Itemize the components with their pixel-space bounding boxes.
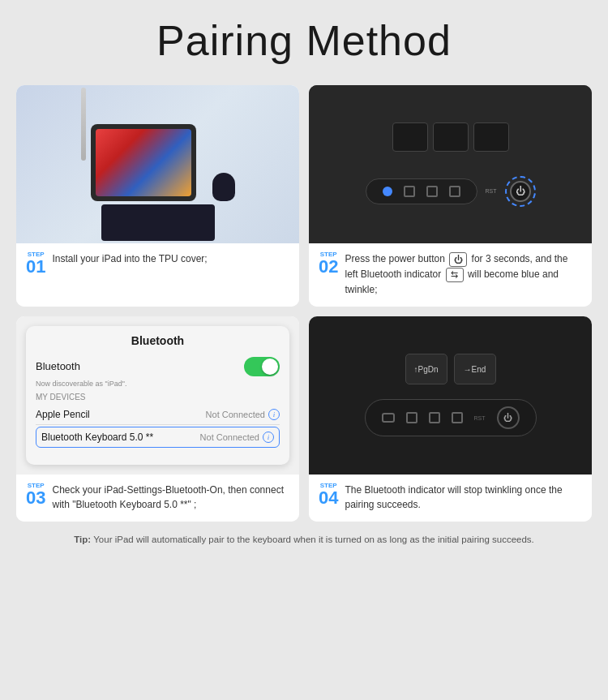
pgdn-key-label: ↑PgDn	[413, 365, 438, 374]
bt-discoverable-text: Now discoverable as "iPad".	[36, 380, 280, 388]
step-3-badge: STEP 03 Check your iPad-Settings-Bluetoo…	[26, 483, 289, 512]
step-2-caption: STEP 02 Press the power button ⏻ for 3 s…	[309, 243, 592, 307]
power-btn-2: ⏻	[497, 406, 520, 429]
step-4-image: ↑PgDn →End RST ⏻	[309, 316, 592, 475]
step-2-text-before: Press the power button	[345, 253, 444, 264]
bt-device-status-2: Not Connected i	[200, 432, 274, 443]
step-4-num: 04	[319, 489, 338, 507]
tip-text: Your iPad will automatically pair to the…	[93, 535, 534, 544]
key-btn-3	[473, 122, 509, 152]
bluetooth-toggle[interactable]	[244, 357, 280, 376]
bt-panel-title: Bluetooth	[36, 334, 280, 347]
toggle-thumb	[262, 359, 278, 375]
step-1-image	[16, 85, 299, 243]
pencil-decoration	[81, 88, 86, 161]
page-title: Pairing Method	[156, 16, 452, 65]
ipad-screen	[96, 129, 191, 196]
step-1-text: Install your iPad into the TPU cover;	[52, 251, 207, 266]
step-1-num-wrap: STEP 01	[26, 251, 45, 276]
rst-label: RST	[486, 188, 497, 194]
bt-device-status-1: Not Connected i	[206, 409, 280, 420]
mouse-mock	[212, 173, 235, 201]
battery-icon-2	[429, 412, 440, 423]
battery2-icon	[449, 186, 460, 197]
step-1-badge: STEP 01 Install your iPad into the TPU c…	[26, 251, 289, 276]
bluetooth-inline-icon: ⇆	[446, 268, 464, 282]
keyboard-top: RST ⏻	[309, 85, 592, 243]
key-btn-1	[392, 122, 428, 152]
indicator-section: RST ⏻	[366, 176, 536, 207]
step-2-image: RST ⏻	[309, 85, 592, 243]
step-1-caption: STEP 01 Install your iPad into the TPU c…	[16, 243, 299, 307]
step-2-badge: STEP 02 Press the power button ⏻ for 3 s…	[319, 251, 582, 297]
pgdn-key: ↑PgDn	[405, 354, 447, 384]
step-4-keyboard: ↑PgDn →End RST ⏻	[309, 354, 592, 436]
bt-device-keyboard[interactable]: Bluetooth Keyboard 5.0 ** Not Connected …	[36, 427, 280, 448]
steps-grid: STEP 01 Install your iPad into the TPU c…	[16, 85, 592, 522]
rst-group: RST	[486, 188, 497, 194]
bt-device-name-2: Bluetooth Keyboard 5.0 **	[41, 432, 153, 443]
step-3-num: 03	[26, 489, 45, 507]
ipad-mock	[91, 124, 196, 201]
lock-icon-2	[406, 412, 417, 423]
bt-status-text-2: Not Connected	[200, 432, 259, 442]
info-icon-2[interactable]: i	[263, 432, 274, 443]
step-1-card: STEP 01 Install your iPad into the TPU c…	[16, 85, 299, 307]
step-4-caption: STEP 04 The Bluetooth indicator will sto…	[309, 475, 592, 522]
power-button-circle: ⏻	[505, 176, 536, 207]
battery2-icon-2	[452, 412, 463, 423]
step-4-badge: STEP 04 The Bluetooth indicator will sto…	[319, 483, 582, 512]
power-button-inner: ⏻	[510, 181, 531, 202]
ipad-assembly	[81, 88, 235, 241]
step-3-text: Check your iPad-Settings-Bluetooth-On, t…	[52, 483, 289, 512]
step-3-num-wrap: STEP 03	[26, 483, 45, 507]
step-2-text: Press the power button ⏻ for 3 seconds, …	[345, 251, 582, 297]
bt-device-apple-pencil: Apple Pencil Not Connected i	[36, 405, 280, 425]
step-3-image: Bluetooth Bluetooth Now discoverable as …	[16, 316, 299, 475]
step-4-card: ↑PgDn →End RST ⏻ STEP	[309, 316, 592, 522]
link-icon	[382, 413, 395, 423]
bt-status-text-1: Not Connected	[206, 410, 265, 419]
bt-toggle-label: Bluetooth	[36, 360, 80, 372]
end-key: →End	[454, 354, 496, 384]
rst-label-2: RST	[474, 415, 486, 421]
end-key-label: →End	[464, 365, 486, 374]
step-2-num-wrap: STEP 02	[319, 251, 338, 276]
step-2-num: 02	[319, 258, 338, 276]
keyboard-mock	[101, 204, 215, 241]
bt-device-name-1: Apple Pencil	[36, 409, 90, 420]
key-row-top	[392, 122, 509, 152]
power-inline-icon: ⏻	[449, 252, 467, 267]
tip-bar: Tip: Your iPad will automatically pair t…	[16, 533, 592, 546]
tip-prefix: Tip:	[74, 535, 93, 544]
bt-toggle-row: Bluetooth	[36, 354, 280, 380]
bluetooth-led	[383, 187, 392, 196]
step-1-num: 01	[26, 258, 45, 276]
indicator-bar	[366, 178, 477, 204]
step-3-card: Bluetooth Bluetooth Now discoverable as …	[16, 316, 299, 522]
step-4-num-wrap: STEP 04	[319, 483, 338, 507]
step-4-text: The Bluetooth indicator will stop twinkl…	[345, 483, 582, 512]
step-3-caption: STEP 03 Check your iPad-Settings-Bluetoo…	[16, 475, 299, 522]
info-icon-1[interactable]: i	[268, 409, 280, 420]
ind-bar-2: RST ⏻	[365, 399, 537, 436]
key-btn-2	[433, 122, 469, 152]
step-2-card: RST ⏻ STEP 02 Press the power button ⏻ f…	[309, 85, 592, 307]
lock-icon	[404, 186, 415, 197]
keyboard-keys-row: ↑PgDn →End	[405, 354, 496, 384]
bluetooth-panel: Bluetooth Bluetooth Now discoverable as …	[26, 326, 289, 465]
bt-section-label: MY DEVICES	[36, 393, 280, 402]
battery-icon	[426, 186, 438, 197]
